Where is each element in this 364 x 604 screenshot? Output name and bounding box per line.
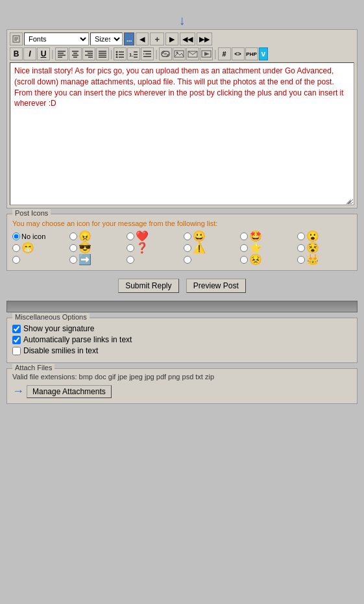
icon-option-13: ➡️	[69, 255, 124, 265]
icon-emoji-2: ❤️	[136, 231, 149, 242]
icon-option-2: ❤️	[127, 231, 181, 242]
disable-smilies-checkbox[interactable]	[12, 347, 21, 355]
special-btn[interactable]: ...	[124, 32, 134, 45]
attach-files-title: Attach Files	[12, 364, 55, 371]
disable-smilies-option: Disable smilies in text	[12, 346, 352, 355]
add-button[interactable]: +	[150, 32, 164, 45]
sep1: |	[51, 49, 54, 59]
icon-option-9: ⚠️	[184, 243, 238, 253]
valid-extensions: Valid file extensions: bmp doc gif jpe j…	[12, 373, 352, 381]
svg-point-22	[116, 57, 118, 58]
divider-bar	[6, 301, 358, 312]
icon-emoji-3: 😀	[193, 231, 206, 242]
auto-parse-label: Automatically parse links in text	[23, 335, 132, 344]
email-btn[interactable]	[186, 47, 199, 60]
icon-option-15	[184, 256, 238, 264]
toolbar-right-nav[interactable]: ▶	[165, 32, 178, 45]
icon-radio-13[interactable]	[69, 256, 77, 264]
font-select[interactable]: Fonts	[24, 32, 89, 45]
list-ol-btn[interactable]: 1.	[127, 47, 140, 60]
post-icons-description: You may choose an icon for your message …	[12, 220, 352, 227]
icon-radio-6[interactable]	[12, 244, 20, 252]
icon-emoji-17: 👑	[306, 255, 319, 265]
icon-radio-9[interactable]	[184, 244, 191, 252]
icon-option-5: 😮	[297, 231, 352, 242]
sep4: |	[214, 49, 217, 59]
image-btn[interactable]	[173, 47, 186, 60]
icon-option-7: 😎	[69, 243, 124, 253]
justify-btn[interactable]	[96, 47, 109, 60]
italic-btn[interactable]: I	[23, 47, 36, 60]
toolbar-left-nav[interactable]: ◀	[136, 32, 149, 45]
icon-emoji-6: 😁	[21, 243, 34, 253]
align-center-btn[interactable]	[69, 47, 82, 60]
hash-btn[interactable]: #	[218, 47, 231, 60]
align-right-btn[interactable]	[82, 47, 95, 60]
toolbar-extra1[interactable]: ◀◀	[180, 32, 195, 45]
icon-option-1: 😠	[69, 231, 124, 242]
php-btn[interactable]: PHP	[245, 47, 258, 60]
misc-section-title: Miscellaneous Options	[12, 313, 90, 321]
show-signature-label: Show your signature	[23, 324, 94, 333]
indent-btn[interactable]	[141, 47, 154, 60]
submit-area: Submit Reply Preview Post	[6, 273, 358, 298]
icon-radio-4[interactable]	[240, 233, 248, 240]
icon-radio-10[interactable]	[240, 244, 248, 252]
toolbar-row1: Fonts Sizes ... ◀ + ▶ ◀◀ ▶▶	[8, 31, 356, 47]
post-icons-title: Post Icons	[12, 209, 51, 217]
vimeo-btn[interactable]: v	[259, 47, 269, 60]
toolbar-row2: B I U | | 1.	[8, 47, 356, 61]
icon-radio-noicon[interactable]	[12, 233, 20, 240]
icon-option-16: 😣	[240, 255, 295, 265]
icon-radio-16[interactable]	[240, 256, 248, 264]
link-btn[interactable]	[159, 47, 172, 60]
icon-radio-7[interactable]	[69, 244, 77, 252]
icon-radio-1[interactable]	[69, 233, 77, 240]
svg-point-20	[116, 51, 118, 53]
svg-marker-39	[204, 52, 210, 56]
manage-row: → Manage Attachments	[12, 384, 352, 398]
attach-files-section: Attach Files Valid file extensions: bmp …	[6, 368, 358, 404]
icon-radio-11[interactable]	[297, 244, 305, 252]
icon-emoji-13: ➡️	[79, 255, 91, 265]
resize-handle[interactable]: ◢	[346, 197, 354, 205]
toolbar-extra2[interactable]: ▶▶	[197, 32, 212, 45]
submit-reply-button[interactable]: Submit Reply	[118, 279, 178, 293]
bold-btn[interactable]: B	[10, 47, 23, 60]
underline-btn[interactable]: U	[37, 47, 50, 60]
svg-marker-33	[143, 53, 145, 55]
align-left-btn[interactable]	[55, 47, 68, 60]
icon-option-8: ❓	[127, 243, 181, 253]
disable-smilies-label: Disable smilies in text	[23, 346, 98, 355]
icon-emoji-5: 😮	[306, 231, 319, 242]
show-signature-checkbox[interactable]	[12, 325, 21, 333]
preview-post-button[interactable]: Preview Post	[186, 279, 246, 293]
icon-radio-8[interactable]	[127, 244, 134, 252]
post-icons-section: Post Icons You may choose an icon for yo…	[6, 214, 358, 271]
icon-radio-14[interactable]	[127, 256, 134, 264]
format-icon[interactable]	[10, 32, 23, 45]
icon-option-12	[12, 256, 67, 264]
icon-radio-3[interactable]	[184, 233, 191, 240]
auto-parse-checkbox[interactable]	[12, 336, 21, 344]
media-btn[interactable]	[200, 47, 213, 60]
icon-radio-15[interactable]	[184, 256, 191, 264]
icon-radio-17[interactable]	[297, 256, 305, 264]
svg-text:1.: 1.	[129, 52, 134, 58]
icons-grid: No icon 😠 ❤️ 😀 🤩 😮	[12, 231, 352, 265]
code-btn[interactable]: <>	[232, 47, 245, 60]
icon-option-11: 😵	[297, 243, 352, 253]
icon-option-17: 👑	[297, 255, 352, 265]
icon-radio-5[interactable]	[297, 233, 305, 240]
manage-attachments-button[interactable]: Manage Attachments	[27, 385, 112, 398]
icon-radio-2[interactable]	[127, 233, 134, 240]
sep3: |	[155, 49, 158, 59]
list-ul-btn[interactable]	[114, 47, 127, 60]
text-editor[interactable]: Nice install story! As for pics go, you …	[10, 62, 354, 205]
no-icon-label: No icon	[21, 233, 45, 240]
icon-emoji-4: 🤩	[249, 231, 262, 242]
icon-option-4: 🤩	[240, 231, 295, 242]
icon-emoji-16: 😣	[249, 255, 262, 265]
icon-radio-12[interactable]	[12, 256, 20, 264]
size-select[interactable]: Sizes	[90, 32, 123, 45]
